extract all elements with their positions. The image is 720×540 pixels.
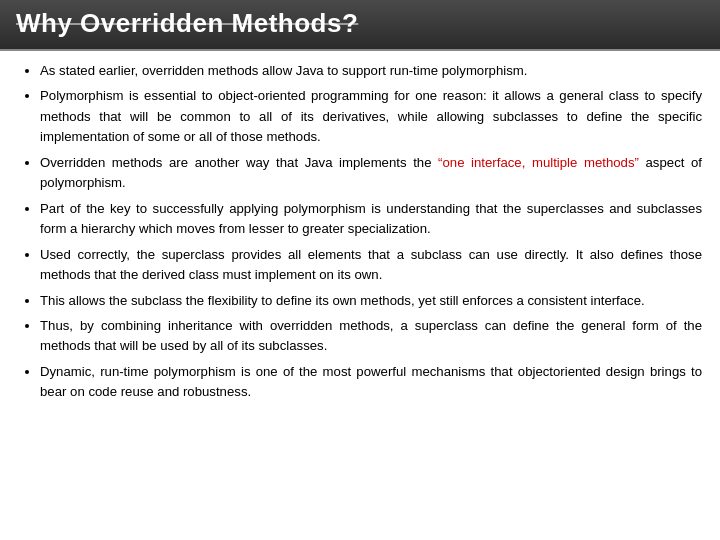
list-item-4: Part of the key to successfully applying… <box>40 199 702 240</box>
list-item-5: Used correctly, the superclass provides … <box>40 245 702 286</box>
bullet-list: As stated earlier, overridden methods al… <box>18 61 702 403</box>
list-item-7: Thus, by combining inheritance with over… <box>40 316 702 357</box>
highlighted-text: “one interface, multiple methods” <box>438 155 639 170</box>
page-title: Why Overridden Methods? <box>16 8 358 38</box>
list-item-3: Overridden methods are another way that … <box>40 153 702 194</box>
list-item-2: Polymorphism is essential to object-orie… <box>40 86 702 147</box>
content-area: As stated earlier, overridden methods al… <box>0 51 720 413</box>
list-item-8: Dynamic, run-time polymorphism is one of… <box>40 362 702 403</box>
title-bar: Why Overridden Methods? <box>0 0 720 51</box>
list-item-6: This allows the subclass the flexibility… <box>40 291 702 311</box>
list-item-1: As stated earlier, overridden methods al… <box>40 61 702 81</box>
page-container: Why Overridden Methods? As stated earlie… <box>0 0 720 540</box>
